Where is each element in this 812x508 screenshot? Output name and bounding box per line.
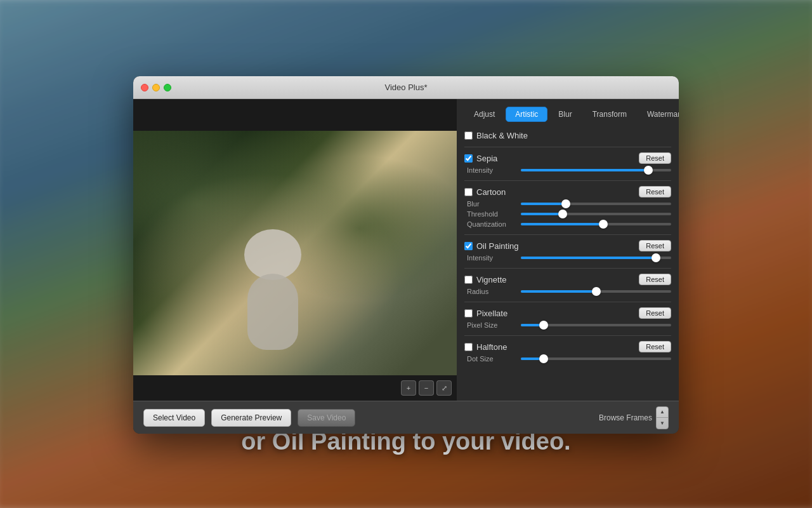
tab-blur[interactable]: Blur (549, 107, 581, 122)
close-button[interactable] (141, 84, 148, 91)
black-white-label: Black & White (476, 131, 671, 140)
vignette-header: Vignette Reset (464, 274, 671, 285)
cartoon-label: Cartoon (476, 187, 639, 197)
cartoon-blur-thumb[interactable] (561, 199, 570, 208)
browse-frames-stepper[interactable]: ▲ ▼ (656, 406, 669, 429)
sepia-intensity-fill (521, 169, 648, 171)
divider-1 (464, 147, 671, 147)
cartoon-threshold-thumb[interactable] (558, 210, 567, 218)
cartoon-quantization-fill (521, 223, 603, 225)
maximize-button[interactable] (164, 84, 171, 91)
effect-halftone: Halftone Reset Dot Size (464, 341, 671, 363)
dot-size-row: Dot Size (464, 355, 671, 363)
pixellate-header: Pixellate Reset (464, 307, 671, 319)
zoom-in-button[interactable]: + (401, 380, 416, 396)
sepia-intensity-thumb[interactable] (644, 166, 653, 175)
oil-intensity-fill (521, 257, 656, 259)
window-title: Video Plus* (385, 83, 428, 92)
minimize-button[interactable] (152, 84, 160, 91)
zoom-out-button[interactable]: − (419, 380, 434, 396)
tab-watermark[interactable]: Watermark (638, 107, 679, 122)
stepper-up-icon[interactable]: ▲ (657, 407, 668, 418)
video-area: + − ⤢ (133, 99, 457, 401)
cartoon-threshold-label: Threshold (467, 210, 521, 218)
cartoon-quantization-track[interactable] (521, 223, 671, 225)
sepia-checkbox[interactable] (464, 154, 473, 163)
pixellate-checkbox[interactable] (464, 309, 473, 318)
black-white-checkbox[interactable] (464, 131, 473, 140)
generate-preview-button[interactable]: Generate Preview (211, 409, 291, 427)
dot-size-label: Dot Size (467, 355, 521, 363)
oil-painting-reset-button[interactable]: Reset (639, 240, 671, 251)
cartoon-quantization-row: Quantization (464, 220, 671, 228)
sepia-reset-button[interactable]: Reset (639, 152, 671, 164)
browse-frames-label: Browse Frames (599, 413, 652, 422)
oil-intensity-label: Intensity (467, 254, 521, 262)
pixel-size-track[interactable] (521, 324, 671, 326)
cartoon-reset-button[interactable]: Reset (639, 186, 671, 197)
cartoon-threshold-track[interactable] (521, 213, 671, 215)
stepper-down-icon[interactable]: ▼ (657, 418, 668, 429)
divider-5 (464, 302, 671, 302)
effect-pixellate: Pixellate Reset Pixel Size (464, 307, 671, 329)
effect-sepia: Sepia Reset Intensity (464, 152, 671, 174)
cartoon-checkbox[interactable] (464, 188, 473, 196)
video-controls-bar: + − ⤢ (133, 375, 457, 401)
cartoon-quantization-thumb[interactable] (599, 220, 608, 229)
dot-size-thumb[interactable] (539, 354, 548, 363)
pixellate-label: Pixellate (476, 309, 639, 318)
vignette-checkbox[interactable] (464, 276, 473, 284)
tab-transform[interactable]: Transform (583, 107, 636, 122)
fullscreen-button[interactable]: ⤢ (436, 380, 452, 396)
cartoon-blur-row: Blur (464, 200, 671, 208)
halftone-reset-button[interactable]: Reset (639, 341, 671, 352)
halftone-label: Halftone (476, 342, 639, 352)
cartoon-threshold-row: Threshold (464, 210, 671, 218)
sepia-intensity-label: Intensity (467, 166, 521, 174)
oil-intensity-thumb[interactable] (652, 253, 660, 262)
divider-2 (464, 180, 671, 181)
sepia-header: Sepia Reset (464, 152, 671, 164)
vignette-radius-fill (521, 290, 596, 293)
select-video-button[interactable]: Select Video (143, 409, 205, 427)
pixel-size-thumb[interactable] (539, 321, 548, 330)
vignette-reset-button[interactable]: Reset (639, 274, 671, 285)
oil-intensity-track[interactable] (521, 257, 671, 259)
halftone-header: Halftone Reset (464, 341, 671, 352)
traffic-lights (141, 84, 171, 91)
pixellate-reset-button[interactable]: Reset (639, 307, 671, 319)
app-window: Video Plus* + − ⤢ Adjust (133, 76, 679, 434)
oil-intensity-row: Intensity (464, 254, 671, 262)
pixel-size-label: Pixel Size (467, 321, 521, 329)
cartoon-blur-label: Blur (467, 200, 521, 208)
effect-oil-painting: Oil Painting Reset Intensity (464, 240, 671, 262)
vignette-radius-track[interactable] (521, 290, 671, 293)
cartoon-blur-track[interactable] (521, 203, 671, 205)
panda-body (247, 274, 298, 350)
vignette-radius-row: Radius (464, 288, 671, 295)
sepia-intensity-row: Intensity (464, 166, 671, 174)
divider-3 (464, 234, 671, 235)
halftone-checkbox[interactable] (464, 343, 473, 351)
save-video-button[interactable]: Save Video (298, 409, 355, 427)
video-preview (133, 131, 457, 375)
sepia-intensity-track[interactable] (521, 169, 671, 171)
tab-artistic[interactable]: Artistic (506, 107, 547, 122)
black-white-header: Black & White (464, 131, 671, 140)
right-panel: Adjust Artistic Blur Transform Watermark… (457, 99, 679, 401)
window-content: + − ⤢ Adjust Artistic Blur Transform Wat… (133, 99, 679, 401)
cartoon-quantization-label: Quantization (467, 220, 521, 228)
effect-black-white: Black & White (464, 131, 671, 140)
sepia-label: Sepia (476, 154, 639, 163)
oil-painting-checkbox[interactable] (464, 242, 473, 250)
vignette-radius-thumb[interactable] (592, 287, 601, 296)
browse-frames-container: Browse Frames ▲ ▼ (599, 406, 669, 429)
vignette-radius-label: Radius (467, 288, 521, 295)
cartoon-header: Cartoon Reset (464, 186, 671, 197)
effect-vignette: Vignette Reset Radius (464, 274, 671, 295)
divider-6 (464, 335, 671, 336)
oil-painting-header: Oil Painting Reset (464, 240, 671, 251)
dot-size-track[interactable] (521, 358, 671, 360)
tab-adjust[interactable]: Adjust (464, 107, 504, 122)
panda-head (244, 229, 301, 280)
